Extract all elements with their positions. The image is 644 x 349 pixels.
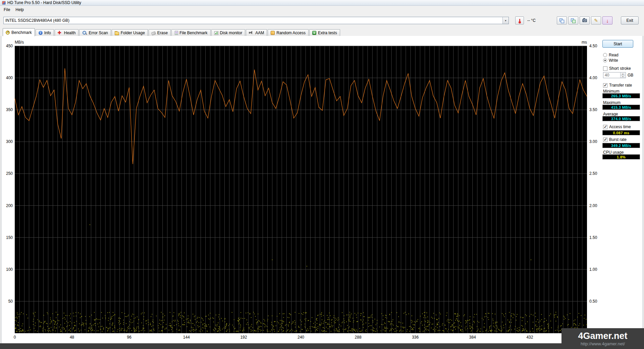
svg-text:3.00: 3.00 (589, 139, 597, 144)
svg-text:288: 288 (355, 335, 362, 340)
svg-text:0: 0 (14, 335, 16, 340)
access-time-row[interactable]: Access time (603, 124, 631, 129)
write-radio[interactable] (603, 58, 607, 62)
svg-text:350: 350 (6, 107, 13, 112)
spinner: ▲ ▼ (620, 72, 625, 78)
svg-text:336: 336 (412, 335, 419, 340)
tab-label: Erase (157, 31, 168, 35)
drive-select-value: INTEL SSDSC2BW480A4 (480 GB) (4, 18, 502, 23)
write-radio-row[interactable]: Write (603, 58, 618, 63)
svg-text:2.50: 2.50 (589, 171, 597, 176)
read-radio-row[interactable]: Read (603, 53, 619, 57)
erase-icon (151, 31, 156, 35)
toolbar: INTEL SSDSC2BW480A4 (480 GB) ▼ -- °C ✎ ↓… (0, 13, 644, 28)
maximum-label: Maximum (603, 100, 621, 105)
svg-text:384: 384 (469, 335, 476, 340)
tab-extra-tests[interactable]: Extra tests (309, 29, 340, 36)
average-label: Average (603, 112, 618, 116)
copy-image-button[interactable] (568, 16, 578, 24)
access-time-label: Access time (609, 124, 631, 129)
svg-text:432: 432 (526, 335, 533, 340)
tab-folder-usage[interactable]: Folder Usage (112, 29, 148, 36)
watermark-brand: 4Gamer.net (578, 331, 627, 341)
svg-text:48: 48 (70, 335, 74, 340)
minimum-value: 265.3 MB/s (602, 93, 640, 98)
menubar: File Help (0, 6, 644, 13)
tab-erase[interactable]: Erase (149, 29, 171, 36)
watermark-url: http://www.4gamer.net/ (581, 341, 625, 346)
access-time-value: 0.087 ms (602, 130, 640, 135)
benchmark-chart: 450400350300250200150100504.504.003.503.… (1, 36, 602, 342)
tab-info[interactable]: Info (36, 29, 54, 36)
svg-text:3.50: 3.50 (589, 107, 597, 112)
exit-button[interactable]: Exit (621, 16, 639, 24)
svg-text:1.00: 1.00 (589, 267, 597, 272)
titlebar: HD Tune Pro 5.50 - Hard Disk/SSD Utility (0, 0, 644, 6)
svg-text:240: 240 (298, 335, 304, 340)
svg-text:192: 192 (240, 335, 247, 340)
burst-rate-label: Burst rate (609, 137, 627, 142)
short-stroke-checkbox[interactable] (603, 66, 607, 71)
drive-select-combobox[interactable]: INTEL SSDSC2BW480A4 (480 GB) ▼ (3, 17, 509, 24)
exit-label: Exit (626, 18, 633, 23)
read-radio[interactable] (603, 53, 607, 57)
temperature-button[interactable] (515, 16, 524, 24)
benchmark-controls: Start Read Write Short stroke ▲ ▼ GB (600, 36, 643, 343)
spinner-down-button[interactable]: ▼ (621, 76, 625, 78)
watermark: 4Gamer.net http://www.4gamer.net/ (561, 328, 644, 349)
burst-rate-checkbox[interactable] (603, 138, 607, 142)
burst-rate-row[interactable]: Burst rate (603, 137, 627, 142)
svg-text:200: 200 (6, 203, 13, 208)
tab-label: Health (64, 31, 76, 35)
save-button[interactable]: ✎ (591, 16, 601, 24)
window-title: HD Tune Pro 5.50 - Hard Disk/SSD Utility (7, 0, 81, 5)
tab-error-scan[interactable]: Error Scan (79, 29, 111, 36)
tab-label: Random Access (276, 31, 306, 35)
maximum-value: 415.3 MB/s (602, 105, 640, 110)
start-label: Start (613, 42, 622, 46)
svg-text:100: 100 (6, 267, 13, 272)
svg-text:4.50: 4.50 (589, 44, 597, 48)
menu-help[interactable]: Help (13, 6, 26, 13)
tab-file-benchmark[interactable]: File Benchmark (171, 29, 210, 36)
short-stroke-size-row: ▲ ▼ GB (603, 72, 633, 78)
tab-benchmark[interactable]: Benchmark (3, 28, 35, 36)
write-radio-label: Write (609, 58, 618, 63)
svg-text:4.00: 4.00 (589, 76, 597, 80)
bottom-strip (0, 343, 644, 349)
health-icon (58, 31, 62, 35)
tab-label: File Benchmark (179, 31, 207, 35)
tab-random-access[interactable]: Random Access (268, 29, 309, 36)
benchmark-page: 450400350300250200150100504.504.003.503.… (1, 36, 643, 343)
download-arrow-icon: ↓ (606, 18, 609, 23)
download-button[interactable]: ↓ (602, 16, 612, 24)
svg-text:MB/s: MB/s (15, 40, 24, 45)
camera-icon (582, 19, 587, 22)
error-scan-icon (82, 31, 87, 35)
access-time-checkbox[interactable] (603, 125, 607, 129)
menu-file[interactable]: File (1, 6, 13, 13)
aam-speaker-icon (249, 31, 254, 35)
short-stroke-row[interactable]: Short stroke (603, 66, 631, 71)
short-stroke-size-input[interactable] (603, 72, 620, 78)
chevron-down-icon[interactable]: ▼ (502, 17, 508, 24)
tab-label: Info (44, 31, 51, 35)
temperature-value: -- °C (527, 18, 536, 23)
copy-text-icon (559, 18, 562, 21)
short-stroke-size-field[interactable]: ▲ ▼ (603, 72, 626, 78)
copy-text-button[interactable] (557, 16, 567, 24)
svg-text:2.00: 2.00 (589, 203, 597, 208)
tab-disk-monitor[interactable]: Disk monitor (211, 29, 246, 36)
spinner-up-button[interactable]: ▲ (621, 72, 625, 76)
transfer-rate-row[interactable]: Transfer rate (603, 83, 632, 88)
start-button[interactable]: Start (602, 40, 633, 48)
svg-text:ms: ms (582, 40, 587, 45)
tab-health[interactable]: Health (55, 29, 79, 36)
svg-text:300: 300 (6, 139, 13, 144)
cpu-usage-label: CPU usage (603, 150, 624, 155)
info-icon (39, 31, 43, 35)
transfer-rate-checkbox[interactable] (603, 83, 607, 88)
svg-text:0.50: 0.50 (589, 299, 597, 304)
tab-aam[interactable]: AAM (246, 29, 267, 36)
screenshot-button[interactable] (580, 16, 590, 24)
